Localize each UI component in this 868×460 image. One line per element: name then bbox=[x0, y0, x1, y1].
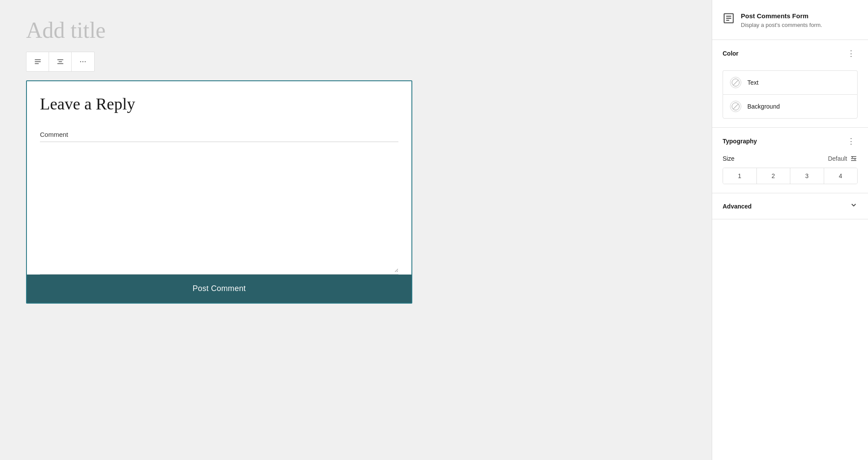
comment-textarea[interactable] bbox=[40, 142, 398, 272]
editor-area: Add title Leave a R bbox=[0, 0, 712, 460]
svg-point-6 bbox=[80, 61, 81, 62]
background-color-swatch bbox=[730, 101, 741, 112]
toolbar-align-button[interactable] bbox=[26, 52, 49, 71]
typography-section: Typography ⋮ Size Default bbox=[712, 128, 868, 193]
size-buttons-group: 1 2 3 4 bbox=[723, 168, 858, 184]
textarea-container bbox=[40, 142, 398, 275]
toolbar-more-button[interactable] bbox=[72, 52, 94, 71]
size-button-2[interactable]: 2 bbox=[757, 168, 791, 184]
advanced-section: Advanced bbox=[712, 193, 868, 219]
size-filter-icon[interactable] bbox=[850, 155, 858, 162]
page-title[interactable]: Add title bbox=[26, 17, 105, 43]
background-color-swatch-inner bbox=[732, 103, 740, 110]
background-color-option[interactable]: Background bbox=[723, 94, 858, 119]
post-comment-button[interactable]: Post Comment bbox=[27, 275, 411, 303]
svg-point-8 bbox=[85, 61, 85, 62]
size-row: Size Default bbox=[723, 155, 858, 162]
post-comments-form-icon bbox=[723, 12, 735, 24]
block-title: Post Comments Form bbox=[741, 12, 822, 20]
toolbar-center-button[interactable] bbox=[49, 52, 72, 71]
color-section: Color ⋮ Text Background bbox=[712, 40, 868, 128]
leave-reply-heading: Leave a Reply bbox=[40, 94, 398, 113]
color-section-header[interactable]: Color ⋮ bbox=[712, 40, 868, 67]
block-description: Display a post's comments form. bbox=[741, 21, 822, 29]
typography-section-title: Typography bbox=[723, 138, 757, 145]
size-button-3[interactable]: 3 bbox=[790, 168, 824, 184]
block-toolbar bbox=[26, 52, 95, 72]
color-options-list: Text Background bbox=[712, 67, 868, 127]
typography-section-header[interactable]: Typography ⋮ bbox=[712, 128, 868, 155]
advanced-chevron-icon[interactable] bbox=[850, 201, 858, 211]
advanced-section-title: Advanced bbox=[723, 203, 752, 210]
color-more-icon[interactable]: ⋮ bbox=[845, 48, 858, 59]
text-color-swatch bbox=[730, 77, 741, 88]
size-value: Default bbox=[828, 155, 847, 162]
block-info-header: Post Comments Form Display a post's comm… bbox=[712, 0, 868, 40]
background-color-label: Background bbox=[747, 103, 780, 110]
text-color-option[interactable]: Text bbox=[723, 70, 858, 94]
advanced-section-header[interactable]: Advanced bbox=[712, 193, 868, 219]
color-section-title: Color bbox=[723, 50, 739, 57]
comments-form-block: Leave a Reply Comment Post Comment bbox=[26, 80, 412, 304]
text-color-label: Text bbox=[747, 79, 759, 86]
text-color-swatch-inner bbox=[732, 79, 740, 86]
size-button-1[interactable]: 1 bbox=[723, 168, 757, 184]
comment-label: Comment bbox=[40, 131, 398, 142]
size-button-4[interactable]: 4 bbox=[824, 168, 858, 184]
sidebar: Post Comments Form Display a post's comm… bbox=[712, 0, 868, 460]
typography-content: Size Default 1 bbox=[712, 155, 868, 193]
size-label: Size bbox=[723, 155, 734, 162]
block-info: Post Comments Form Display a post's comm… bbox=[741, 12, 822, 29]
size-controls: Default bbox=[828, 155, 858, 162]
typography-more-icon[interactable]: ⋮ bbox=[845, 136, 858, 147]
svg-point-7 bbox=[82, 61, 83, 62]
